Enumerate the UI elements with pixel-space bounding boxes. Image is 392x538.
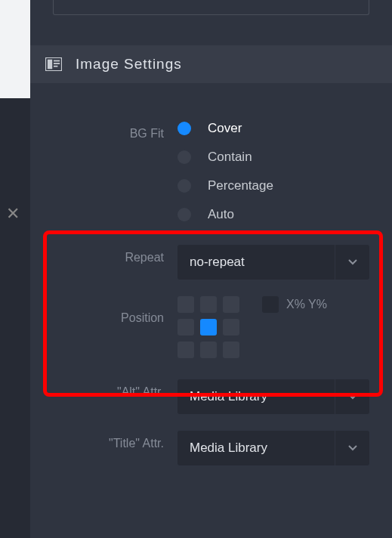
pos-cell-mid-right[interactable]	[223, 319, 239, 335]
pos-cell-top-center[interactable]	[200, 296, 217, 313]
titleattr-select[interactable]: Media Library	[177, 431, 369, 465]
svg-rect-2	[54, 60, 60, 62]
image-settings-icon	[45, 57, 62, 71]
settings-panel: Image Settings BG Fit Cover Contain	[30, 0, 392, 538]
pos-cell-top-right[interactable]	[223, 296, 239, 313]
bgfit-label: BG Fit	[30, 121, 177, 141]
altattr-label: "Alt" Attr.	[30, 379, 177, 399]
xy-label: X% Y%	[286, 298, 327, 311]
pos-cell-top-left[interactable]	[177, 296, 194, 313]
pos-cell-center[interactable]	[200, 319, 217, 335]
pos-cell-mid-left[interactable]	[177, 319, 194, 335]
bgfit-option-percentage[interactable]: Percentage	[177, 178, 369, 193]
xy-box[interactable]	[262, 296, 279, 313]
radio-dot-icon	[177, 122, 191, 135]
chevron-down-icon	[335, 379, 369, 414]
titleattr-label: "Title" Attr.	[30, 431, 177, 450]
radio-dot-icon	[177, 208, 191, 221]
pos-cell-bot-center[interactable]	[200, 342, 217, 358]
bgfit-radio-group: Cover Contain Percentage Auto	[177, 121, 369, 222]
repeat-row: Repeat no-repeat	[30, 245, 369, 280]
bgfit-option-contain[interactable]: Contain	[177, 150, 369, 165]
titleattr-row: "Title" Attr. Media Library	[30, 431, 369, 465]
position-xy: X% Y%	[262, 296, 327, 313]
radio-label: Contain	[208, 150, 252, 165]
section-header[interactable]: Image Settings	[30, 45, 392, 83]
bgfit-option-auto[interactable]: Auto	[177, 207, 369, 222]
radio-dot-icon	[177, 150, 191, 164]
altattr-select-value: Media Library	[190, 389, 357, 404]
chevron-down-icon	[335, 431, 369, 465]
repeat-select-value: no-repeat	[190, 255, 357, 270]
position-grid	[177, 296, 239, 358]
collapsed-top-stub	[53, 0, 369, 15]
radio-label: Auto	[208, 207, 234, 222]
repeat-label: Repeat	[30, 245, 177, 264]
side-icon-bar: ✕	[0, 98, 30, 538]
bgfit-row: BG Fit Cover Contain Percentage	[30, 121, 369, 222]
svg-rect-4	[54, 66, 57, 67]
position-label: Position	[30, 296, 177, 325]
left-preview-strip	[0, 0, 30, 98]
radio-label: Percentage	[208, 178, 273, 193]
repeat-select[interactable]: no-repeat	[177, 245, 369, 280]
pos-cell-bot-left[interactable]	[177, 342, 194, 358]
chevron-down-icon	[335, 245, 369, 280]
position-row: Position	[30, 296, 369, 358]
close-icon[interactable]: ✕	[6, 204, 20, 224]
titleattr-select-value: Media Library	[190, 441, 357, 456]
section-title: Image Settings	[76, 56, 182, 73]
pos-cell-bot-right[interactable]	[223, 342, 239, 358]
radio-dot-icon	[177, 179, 191, 193]
altattr-row: "Alt" Attr. Media Library	[30, 379, 369, 414]
svg-rect-1	[48, 60, 52, 70]
bgfit-option-cover[interactable]: Cover	[177, 121, 369, 136]
svg-rect-3	[54, 63, 60, 64]
altattr-select[interactable]: Media Library	[177, 379, 369, 414]
radio-label: Cover	[208, 121, 242, 136]
